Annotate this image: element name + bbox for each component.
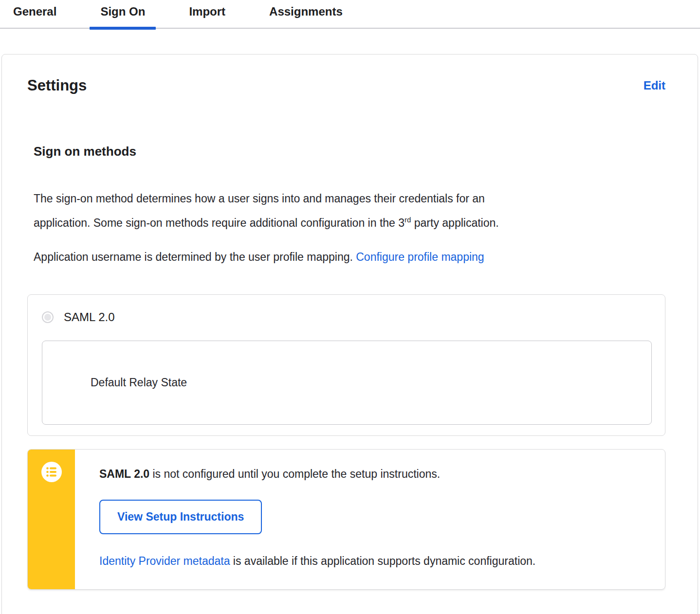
default-relay-state-field: Default Relay State [42, 341, 652, 425]
view-setup-instructions-button[interactable]: View Setup Instructions [99, 500, 262, 534]
metadata-line-rest: is available if this application support… [230, 555, 535, 567]
configure-profile-mapping-link[interactable]: Configure profile mapping [356, 251, 484, 263]
edit-button[interactable]: Edit [644, 79, 665, 92]
saml-method-box: SAML 2.0 Default Relay State [27, 294, 665, 436]
sign-on-description-line2: application. Some sign-on methods requir… [34, 217, 405, 229]
settings-title: Settings [27, 77, 87, 94]
saml-radio-button[interactable] [42, 311, 54, 323]
callout-message-bold: SAML 2.0 [99, 468, 149, 480]
sign-on-description-line1: The sign-on method determines how a user… [34, 192, 485, 205]
identity-provider-metadata-link[interactable]: Identity Provider metadata [99, 555, 230, 567]
username-description-text: Application username is determined by th… [34, 251, 356, 263]
metadata-line: Identity Provider metadata is available … [99, 555, 645, 568]
tab-bar: General Sign On Import Assignments [0, 0, 700, 29]
ordinal-suffix: rd [405, 216, 411, 224]
callout-message: SAML 2.0 is not configured until you com… [99, 468, 645, 481]
tab-import[interactable]: Import [178, 3, 236, 28]
settings-card: Settings Edit Sign on methods The sign-o… [1, 54, 698, 614]
sign-on-description-line2-end: party application. [411, 217, 498, 229]
username-description: Application username is determined by th… [34, 245, 665, 269]
sign-on-methods-heading: Sign on methods [34, 144, 665, 159]
tab-assignments[interactable]: Assignments [258, 3, 353, 28]
saml-radio-label: SAML 2.0 [64, 310, 115, 324]
default-relay-state-label: Default Relay State [91, 376, 187, 389]
callout-accent-bar [28, 450, 75, 589]
callout-message-rest: is not configured until you complete the… [149, 468, 440, 480]
saml-radio-row: SAML 2.0 [42, 310, 652, 324]
bullet-list-icon [41, 462, 62, 482]
setup-callout: SAML 2.0 is not configured until you com… [27, 449, 665, 590]
sign-on-description: The sign-on method determines how a user… [34, 186, 665, 235]
tab-sign-on[interactable]: Sign On [90, 3, 156, 28]
tab-general[interactable]: General [2, 3, 67, 28]
settings-card-header: Settings Edit [27, 77, 665, 94]
